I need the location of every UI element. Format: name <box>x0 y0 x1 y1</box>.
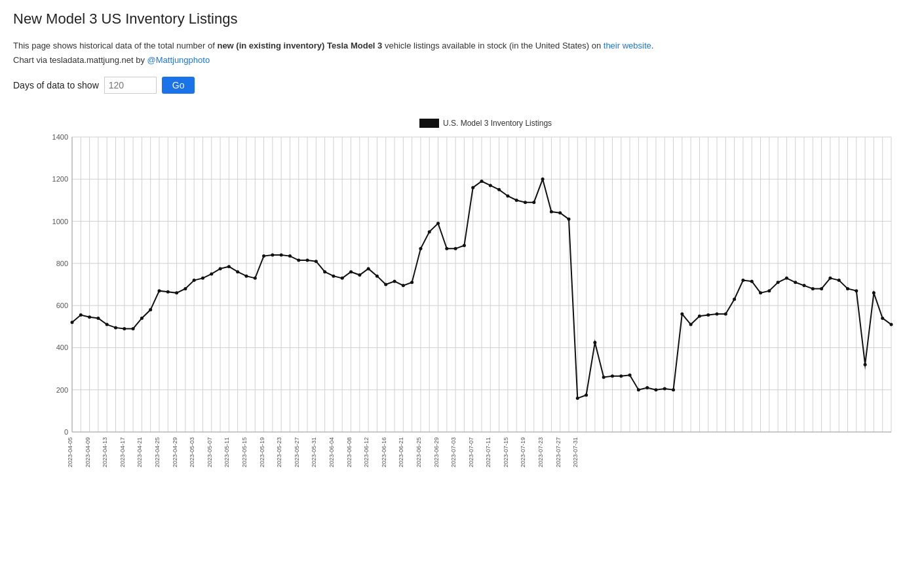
chart-container <box>13 104 911 530</box>
credit-link[interactable]: @Mattjungphoto <box>147 55 210 65</box>
controls: Days of data to show Go <box>13 77 911 94</box>
desc-bold: new (in existing inventory) Tesla Model … <box>217 41 382 50</box>
days-label: Days of data to show <box>13 80 99 90</box>
website-link[interactable]: their website <box>604 41 651 50</box>
description: This page shows historical data of the t… <box>13 39 911 52</box>
chart-canvas <box>39 111 904 498</box>
credit-line: Chart via tesladata.mattjung.net by @Mat… <box>13 55 911 65</box>
credit-prefix: Chart via tesladata.mattjung.net by <box>13 55 147 65</box>
page-wrapper: New Model 3 US Inventory Listings This p… <box>0 0 924 586</box>
desc-suffix: vehicle listings available in stock (in … <box>382 41 603 50</box>
desc-end: . <box>651 41 654 50</box>
desc-prefix: This page shows historical data of the t… <box>13 41 217 50</box>
page-title: New Model 3 US Inventory Listings <box>13 10 911 28</box>
chart-inner <box>39 111 904 498</box>
days-input[interactable] <box>104 77 157 94</box>
go-button[interactable]: Go <box>162 77 195 94</box>
